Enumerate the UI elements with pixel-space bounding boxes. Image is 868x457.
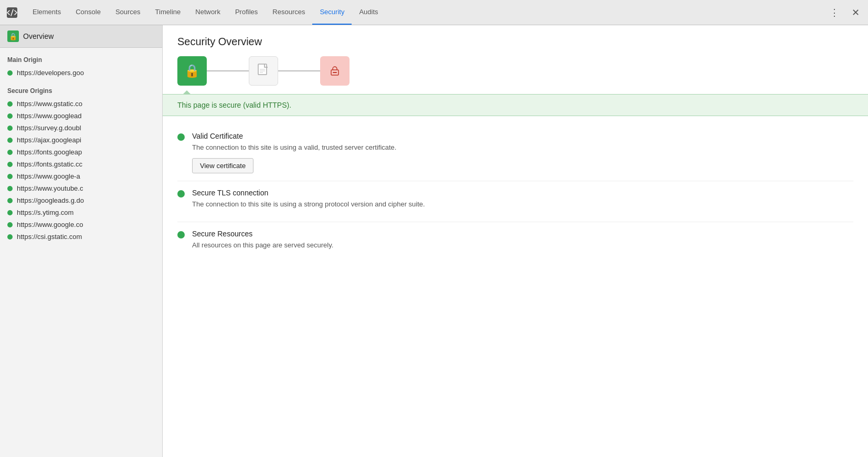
security-item-desc-tls: The connection to this site is using a s…: [192, 199, 853, 210]
green-dot: [7, 198, 13, 203]
sidebar-item-overview[interactable]: 🔒 Overview: [0, 25, 162, 48]
green-dot: [7, 222, 13, 227]
tab-timeline[interactable]: Timeline: [148, 0, 188, 25]
view-certificate-button[interactable]: View certificate: [192, 158, 253, 173]
tab-console[interactable]: Console: [68, 0, 108, 25]
origin-url: https://survey.g.doubl: [17, 124, 81, 132]
secure-message: This page is secure (valid HTTPS).: [177, 101, 291, 109]
security-item-resources: Secure ResourcesAll resources on this pa…: [177, 222, 853, 263]
security-item-title-certificate: Valid Certificate: [192, 132, 853, 140]
security-items: Valid CertificateThe connection to this …: [163, 116, 868, 272]
origin-url: https://www.gstatic.co: [17, 100, 82, 108]
security-item-tls: Secure TLS connectionThe connection to t…: [177, 181, 853, 223]
tab-resources[interactable]: Resources: [265, 0, 312, 25]
sidebar-item-origin[interactable]: https://www.google-a: [0, 170, 162, 182]
green-dot: [7, 150, 13, 155]
sidebar-item-origin[interactable]: https://fonts.googleap: [0, 146, 162, 158]
tab-audits[interactable]: Audits: [352, 0, 385, 25]
sidebar-item-origin[interactable]: https://fonts.gstatic.cc: [0, 158, 162, 170]
security-item-content-certificate: Valid CertificateThe connection to this …: [192, 132, 853, 173]
more-button[interactable]: ⋮: [825, 6, 843, 19]
tab-bar: ElementsConsoleSourcesTimelineNetworkPro…: [25, 0, 825, 25]
sidebar-item-origin[interactable]: https://www.google.co: [0, 219, 162, 231]
origin-url: https://www.google-a: [17, 172, 80, 180]
sidebar-item-origin[interactable]: https://www.youtube.c: [0, 182, 162, 194]
main-layout: 🔒 Overview Main Origin https://developer…: [0, 25, 868, 457]
diag-line-1: [207, 70, 249, 71]
origin-url: https://fonts.gstatic.cc: [17, 160, 82, 168]
tab-sources[interactable]: Sources: [108, 0, 148, 25]
sidebar-item-origin[interactable]: https://survey.g.doubl: [0, 122, 162, 134]
tab-elements[interactable]: Elements: [25, 0, 68, 25]
diag-line-2: [278, 70, 320, 71]
security-item-desc-resources: All resources on this page are served se…: [192, 240, 853, 251]
origins-list: https://www.gstatic.cohttps://www.google…: [0, 98, 162, 243]
lock-icon: 🔒: [7, 30, 19, 42]
green-dot: [177, 133, 185, 141]
green-dot: [7, 234, 13, 240]
origin-url: https://ajax.googleapi: [17, 136, 81, 144]
green-dot: [7, 210, 13, 215]
main-origin-heading: Main Origin: [0, 48, 162, 67]
green-dot: [7, 101, 13, 107]
security-item-content-resources: Secure ResourcesAll resources on this pa…: [192, 230, 853, 256]
green-dot: [7, 162, 13, 167]
security-item-title-tls: Secure TLS connection: [192, 189, 853, 197]
green-dot: [7, 126, 13, 131]
sidebar-item-origin[interactable]: https://csi.gstatic.com: [0, 231, 162, 243]
close-button[interactable]: ✕: [848, 6, 864, 19]
content-area: Security Overview 🔒: [163, 25, 868, 457]
sidebar-item-origin[interactable]: https://www.googlead: [0, 110, 162, 122]
green-dot: [7, 138, 13, 143]
origin-url: https://www.google.co: [17, 221, 83, 228]
sidebar-item-origin[interactable]: https://www.gstatic.co: [0, 98, 162, 110]
tab-network[interactable]: Network: [188, 0, 228, 25]
overview-label: Overview: [23, 32, 54, 40]
security-diagram: 🔒: [163, 56, 868, 94]
page-title: Security Overview: [163, 25, 868, 56]
toolbar-right: ⋮ ✕: [825, 6, 864, 19]
tab-security[interactable]: Security: [312, 0, 352, 25]
origin-url: https://fonts.googleap: [17, 148, 82, 156]
security-item-content-tls: Secure TLS connectionThe connection to t…: [192, 189, 853, 215]
toolbar: ElementsConsoleSourcesTimelineNetworkPro…: [0, 0, 868, 25]
security-item-title-resources: Secure Resources: [192, 230, 853, 238]
green-dot: [7, 186, 13, 191]
sidebar-item-main-origin[interactable]: https://developers.goo: [0, 67, 162, 79]
green-dot: [7, 70, 13, 76]
sidebar-item-origin[interactable]: https://s.ytimg.com: [0, 206, 162, 219]
green-dot: [7, 174, 13, 179]
secure-origins-heading: Secure Origins: [0, 79, 162, 98]
origin-url: https://www.googlead: [17, 112, 82, 120]
insecure-lock-icon: [320, 56, 350, 86]
green-dot: [177, 231, 185, 238]
sidebar-item-origin[interactable]: https://ajax.googleapi: [0, 134, 162, 146]
devtools-logo: [4, 5, 20, 20]
origin-url: https://s.ytimg.com: [17, 209, 73, 216]
tab-profiles[interactable]: Profiles: [228, 0, 265, 25]
sidebar: 🔒 Overview Main Origin https://developer…: [0, 25, 163, 457]
security-item-certificate: Valid CertificateThe connection to this …: [177, 124, 853, 181]
secure-banner: This page is secure (valid HTTPS).: [163, 94, 868, 116]
sidebar-item-origin[interactable]: https://googleads.g.do: [0, 194, 162, 206]
green-dot: [7, 113, 13, 119]
green-dot: [177, 190, 185, 198]
main-origin-url: https://developers.goo: [17, 69, 84, 77]
document-icon: [249, 56, 278, 86]
origin-url: https://www.youtube.c: [17, 184, 83, 192]
origin-url: https://googleads.g.do: [17, 196, 84, 204]
origin-url: https://csi.gstatic.com: [17, 233, 82, 241]
secure-lock-icon: 🔒: [177, 56, 207, 86]
security-item-desc-certificate: The connection to this site is using a v…: [192, 142, 853, 153]
